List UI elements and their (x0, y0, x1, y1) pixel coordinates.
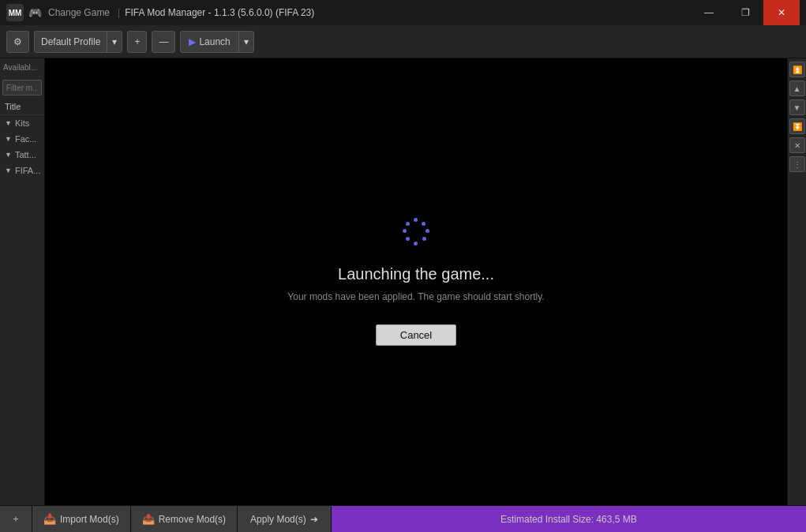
move-down-button[interactable]: ▼ (789, 99, 805, 115)
section-kits[interactable]: ▼ Kits (0, 115, 44, 131)
apply-arrow-icon: ➜ (310, 514, 318, 525)
launching-subtitle: Your mods have been applied. The game sh… (287, 291, 544, 302)
remove-profile-button[interactable]: — (152, 31, 175, 53)
chevron-icon: ▼ (5, 135, 12, 143)
profile-label: Default Profile (35, 36, 107, 47)
import-label: Import Mod(s) (60, 514, 119, 525)
title-bar: MM 🎮 Change Game | FIFA Mod Manager - 1.… (0, 0, 806, 25)
install-size-display: Estimated Install Size: 463,5 MB (332, 506, 806, 533)
filter-input[interactable] (2, 80, 42, 96)
delete-button[interactable]: ✕ (789, 137, 805, 153)
move-bottom-button[interactable]: ⏬ (789, 118, 805, 134)
launch-dropdown-arrow[interactable]: ▾ (238, 32, 253, 52)
chevron-icon: ▼ (5, 151, 12, 159)
title-column-header: Title (0, 99, 44, 115)
section-faces[interactable]: ▼ Fac... (0, 131, 44, 147)
settings-icon: ⚙ (13, 36, 22, 47)
launch-main[interactable]: ▶ Launch (181, 36, 238, 47)
available-label: Availabl... (0, 58, 44, 77)
bottom-bar: ＋ 📥 Import Mod(s) 📤 Remove Mod(s) Apply … (0, 505, 806, 532)
remove-icon: — (159, 36, 168, 47)
install-size-label: Estimated Install Size: 463,5 MB (500, 514, 637, 525)
move-top-button[interactable]: ⏫ (789, 62, 805, 77)
launch-overlay: Launching the game... Your mods have bee… (45, 58, 787, 505)
section-tattoos-label: Tatt... (15, 150, 36, 159)
launching-title: Launching the game... (338, 265, 494, 283)
section-fifa[interactable]: ▼ FIFA... (0, 163, 44, 178)
extra-button[interactable]: ⋮ (789, 156, 805, 172)
section-tattoos[interactable]: ▼ Tatt... (0, 147, 44, 163)
remove-mod-icon: 📤 (142, 513, 155, 525)
launch-button[interactable]: ▶ Launch ▾ (180, 31, 253, 53)
section-kits-label: Kits (15, 118, 29, 128)
delete-icon: ✕ (794, 141, 800, 150)
restore-button[interactable]: ❐ (727, 0, 763, 25)
app-icon: MM (6, 4, 24, 21)
remove-label: Remove Mod(s) (159, 514, 226, 525)
profile-dropdown[interactable]: Default Profile ▾ (34, 31, 122, 53)
move-down-icon: ▼ (793, 103, 801, 112)
center-panel: Launching the game... Your mods have bee… (45, 58, 787, 505)
move-up-button[interactable]: ▲ (789, 81, 805, 96)
launch-arrow-icon: ▾ (244, 36, 249, 47)
add-icon: + (134, 36, 140, 47)
right-sidebar: ⏫ ▲ ▼ ⏬ ✕ ⋮ (787, 58, 806, 505)
play-icon: ▶ (189, 36, 196, 47)
chevron-icon: ▼ (5, 167, 12, 174)
close-button[interactable]: ✕ (763, 0, 800, 25)
section-fifa-label: FIFA... (15, 166, 40, 175)
toolbar: ⚙ Default Profile ▾ + — ▶ Launch ▾ (0, 25, 806, 58)
apply-label: Apply Mod(s) (250, 514, 306, 525)
add-mod-icon: ＋ (11, 512, 21, 526)
import-icon: 📥 (43, 513, 56, 525)
minimize-button[interactable]: — (691, 0, 727, 25)
window-title: FIFA Mod Manager - 1.1.3 (5.6.0.0) (FIFA… (125, 7, 691, 18)
apply-mod-button[interactable]: Apply Mod(s) ➜ (238, 506, 332, 533)
cancel-button[interactable]: Cancel (376, 324, 456, 346)
main-area: Availabl... Title ▼ Kits ▼ Fac... ▼ Tatt… (0, 58, 806, 505)
import-mod-button[interactable]: 📥 Import Mod(s) (32, 506, 131, 533)
change-game-button[interactable]: Change Game (45, 6, 113, 20)
move-bottom-icon: ⏬ (793, 122, 802, 131)
extra-icon: ⋮ (793, 160, 801, 169)
chevron-icon: ▼ (5, 119, 12, 127)
remove-mod-button[interactable]: 📤 Remove Mod(s) (131, 506, 238, 533)
add-mod-button[interactable]: ＋ (0, 506, 32, 533)
move-top-icon: ⏫ (793, 66, 802, 74)
move-up-icon: ▲ (793, 84, 801, 93)
settings-button[interactable]: ⚙ (6, 31, 29, 53)
game-icon: 🎮 (28, 6, 42, 19)
launch-label: Launch (199, 36, 230, 47)
add-profile-button[interactable]: + (127, 31, 147, 53)
title-separator: | (118, 7, 120, 18)
left-panel: Availabl... Title ▼ Kits ▼ Fac... ▼ Tatt… (0, 58, 45, 505)
section-faces-label: Fac... (15, 134, 37, 144)
profile-arrow: ▾ (107, 32, 122, 52)
loading-spinner (400, 218, 432, 249)
window-controls: — ❐ ✕ (691, 0, 800, 25)
